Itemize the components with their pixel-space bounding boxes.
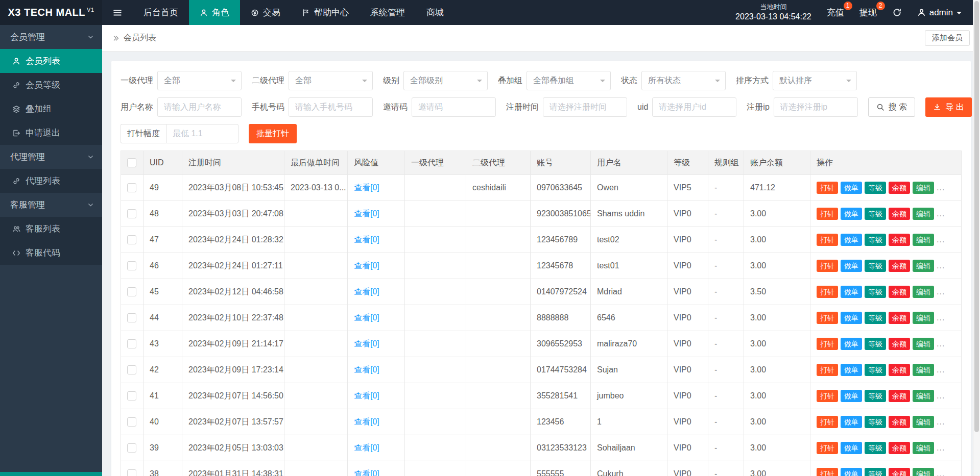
more-actions[interactable]: ... <box>937 417 945 426</box>
edit-button[interactable]: 编辑 <box>913 338 934 350</box>
inject-button[interactable]: 打针 <box>817 338 838 350</box>
risk-view-link[interactable]: 查看[0] <box>354 235 379 244</box>
sidebar-item-agent-list[interactable]: 代理列表 <box>0 169 102 193</box>
level-select[interactable]: 全部级别 <box>403 71 488 90</box>
inject-button[interactable]: 打针 <box>817 468 838 476</box>
more-actions[interactable]: ... <box>937 183 945 192</box>
row-checkbox[interactable] <box>127 235 136 244</box>
risk-view-link[interactable]: 查看[0] <box>354 417 379 426</box>
inject-button[interactable]: 打针 <box>817 208 838 220</box>
order-button[interactable]: 做单 <box>841 468 862 476</box>
recharge-button[interactable]: 充值 1 <box>827 7 844 18</box>
agent1-select[interactable]: 全部 <box>157 71 242 90</box>
sidebar-section-agent-mgmt[interactable]: 代理管理 <box>0 145 102 169</box>
order-button[interactable]: 做单 <box>841 234 862 246</box>
more-actions[interactable]: ... <box>937 313 945 322</box>
edit-button[interactable]: 编辑 <box>913 234 934 246</box>
row-checkbox[interactable] <box>127 209 136 218</box>
more-actions[interactable]: ... <box>937 469 945 476</box>
risk-view-link[interactable]: 查看[0] <box>354 209 379 218</box>
balance-button[interactable]: 余额 <box>889 208 910 220</box>
inject-button[interactable]: 打针 <box>817 286 838 298</box>
inject-range-input[interactable] <box>166 124 238 143</box>
row-checkbox[interactable] <box>127 365 136 374</box>
inject-button[interactable]: 打针 <box>817 182 838 194</box>
scrollbar-thumb[interactable] <box>974 1 979 432</box>
balance-button[interactable]: 余额 <box>889 364 910 377</box>
sort-select[interactable]: 默认排序 <box>773 71 857 90</box>
risk-view-link[interactable]: 查看[0] <box>354 365 379 374</box>
risk-view-link[interactable]: 查看[0] <box>354 183 379 192</box>
nav-mall[interactable]: 商城 <box>416 0 455 25</box>
overlay-group-select[interactable]: 全部叠加组 <box>527 71 611 90</box>
reg-ip-input[interactable] <box>774 97 858 117</box>
sidebar-item-overlay-group[interactable]: 叠加组 <box>0 97 102 121</box>
more-actions[interactable]: ... <box>937 261 945 270</box>
search-button[interactable]: 搜 索 <box>868 97 915 117</box>
edit-button[interactable]: 编辑 <box>913 390 934 403</box>
order-button[interactable]: 做单 <box>841 338 862 350</box>
edit-button[interactable]: 编辑 <box>913 442 934 455</box>
level-button[interactable]: 等级 <box>865 338 886 350</box>
risk-view-link[interactable]: 查看[0] <box>354 391 379 400</box>
reg-time-input[interactable] <box>543 97 627 117</box>
order-button[interactable]: 做单 <box>841 312 862 324</box>
balance-button[interactable]: 余额 <box>889 182 910 194</box>
edit-button[interactable]: 编辑 <box>913 260 934 272</box>
sidebar-item-member-level[interactable]: 会员等级 <box>0 73 102 97</box>
row-checkbox[interactable] <box>127 261 136 270</box>
balance-button[interactable]: 余额 <box>889 416 910 429</box>
level-button[interactable]: 等级 <box>865 390 886 403</box>
add-member-button[interactable]: 添加会员 <box>925 30 970 46</box>
level-button[interactable]: 等级 <box>865 234 886 246</box>
risk-view-link[interactable]: 查看[0] <box>354 313 379 322</box>
nav-system-mgmt[interactable]: 系统管理 <box>360 0 416 25</box>
order-button[interactable]: 做单 <box>841 442 862 455</box>
sidebar-item-apply-exit[interactable]: 申请退出 <box>0 121 102 145</box>
vertical-scrollbar[interactable] <box>973 0 980 476</box>
edit-button[interactable]: 编辑 <box>913 468 934 476</box>
level-button[interactable]: 等级 <box>865 416 886 429</box>
inject-button[interactable]: 打针 <box>817 364 838 377</box>
nav-trade[interactable]: 交易 <box>240 0 291 25</box>
user-menu[interactable]: admin <box>917 8 962 18</box>
level-button[interactable]: 等级 <box>865 364 886 377</box>
agent2-select[interactable]: 全部 <box>289 71 373 90</box>
inject-button[interactable]: 打针 <box>817 416 838 429</box>
more-actions[interactable]: ... <box>937 339 945 348</box>
uid-input[interactable] <box>652 97 736 117</box>
row-checkbox[interactable] <box>127 313 136 322</box>
withdraw-button[interactable]: 提现 2 <box>859 7 877 18</box>
sidebar-item-member-list[interactable]: 会员列表 <box>0 49 102 73</box>
phone-input[interactable] <box>289 97 373 117</box>
more-actions[interactable]: ... <box>937 235 945 244</box>
risk-view-link[interactable]: 查看[0] <box>354 287 379 296</box>
balance-button[interactable]: 余额 <box>889 468 910 476</box>
row-checkbox[interactable] <box>127 469 136 476</box>
sidebar-item-service-list[interactable]: 客服列表 <box>0 217 102 241</box>
level-button[interactable]: 等级 <box>865 468 886 476</box>
order-button[interactable]: 做单 <box>841 416 862 429</box>
level-button[interactable]: 等级 <box>865 182 886 194</box>
nav-role[interactable]: 角色 <box>189 0 240 25</box>
sidebar-section-member-mgmt[interactable]: 会员管理 <box>0 25 102 49</box>
level-button[interactable]: 等级 <box>865 208 886 220</box>
batch-inject-button[interactable]: 批量打针 <box>249 124 297 143</box>
inject-button[interactable]: 打针 <box>817 260 838 272</box>
username-input[interactable] <box>157 97 242 117</box>
level-button[interactable]: 等级 <box>865 442 886 455</box>
export-button[interactable]: 导 出 <box>925 97 971 117</box>
balance-button[interactable]: 余额 <box>889 338 910 350</box>
inject-button[interactable]: 打针 <box>817 390 838 403</box>
inject-button[interactable]: 打针 <box>817 312 838 324</box>
risk-view-link[interactable]: 查看[0] <box>354 443 379 452</box>
row-checkbox[interactable] <box>127 417 136 427</box>
order-button[interactable]: 做单 <box>841 182 862 194</box>
edit-button[interactable]: 编辑 <box>913 364 934 377</box>
edit-button[interactable]: 编辑 <box>913 416 934 429</box>
more-actions[interactable]: ... <box>937 209 945 218</box>
balance-button[interactable]: 余额 <box>889 286 910 298</box>
refresh-icon[interactable] <box>892 8 902 17</box>
balance-button[interactable]: 余额 <box>889 442 910 455</box>
row-checkbox[interactable] <box>127 443 136 453</box>
